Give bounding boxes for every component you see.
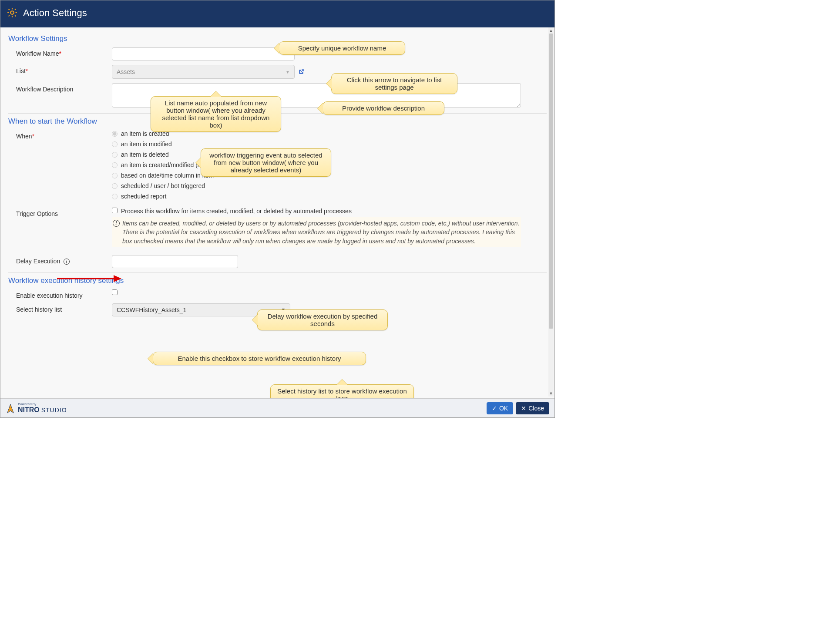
form-body: Workflow Settings Workflow Name* List* A…	[0, 27, 554, 398]
label-enable-history: Enable execution history	[16, 289, 112, 299]
page-title: Action Settings	[23, 7, 87, 19]
scroll-up-icon[interactable]: ▲	[548, 27, 554, 34]
check-icon: ✓	[492, 405, 497, 412]
callout-delay: Delay workflow execution by specified se…	[257, 309, 388, 330]
info-icon: !	[113, 220, 120, 227]
info-icon[interactable]: i	[64, 259, 70, 265]
footer: Powered by NITRO STUDIO ✓ OK ✕ Close	[0, 398, 554, 417]
trigger-automated-checkbox[interactable]	[112, 208, 118, 213]
scroll-down-icon[interactable]: ▼	[548, 390, 554, 397]
scrollbar-thumb[interactable]	[549, 34, 553, 329]
label-workflow-name: Workflow Name*	[16, 47, 112, 57]
gear-icon	[7, 7, 18, 20]
label-list: List*	[16, 65, 112, 74]
label-workflow-description: Workflow Description	[16, 83, 112, 93]
label-trigger-options: Trigger Options	[16, 208, 112, 217]
callout-workflow-name: Specify unique workflow name	[279, 41, 405, 55]
label-delay-execution: Delay Execution i	[16, 255, 112, 265]
ok-button[interactable]: ✓ OK	[487, 402, 513, 414]
list-settings-link-icon[interactable]	[298, 69, 304, 75]
trigger-automated-label: Process this workflow for items created,…	[121, 208, 352, 215]
callout-select-history: Select history list to store workflow ex…	[270, 384, 414, 398]
when-option-report[interactable]: scheduled report	[112, 193, 547, 200]
callout-list-auto: List name auto populated from new button…	[151, 96, 281, 132]
callout-description: Provide workflow description	[323, 101, 444, 115]
callout-enable-history: Enable this checkbox to store workflow e…	[153, 352, 366, 365]
enable-history-checkbox[interactable]	[112, 289, 118, 295]
trigger-hint: ! Items can be created, modified, or del…	[112, 217, 521, 247]
section-workflow-settings: Workflow Settings	[8, 34, 547, 43]
annotation-arrow-icon	[57, 273, 122, 284]
delay-execution-input[interactable]	[112, 255, 238, 268]
close-icon: ✕	[521, 405, 526, 412]
vertical-scrollbar[interactable]: ▲ ▼	[548, 27, 554, 397]
titlebar: Action Settings	[0, 0, 554, 26]
label-when: When*	[16, 130, 112, 140]
chevron-down-icon: ▼	[286, 70, 290, 74]
callout-when-auto: workflow triggering event auto selected …	[201, 148, 331, 177]
close-button[interactable]: ✕ Close	[516, 402, 549, 414]
callout-list-nav: Click this arrow to navigate to list set…	[331, 73, 457, 94]
list-select[interactable]: Assets ▼	[112, 65, 295, 79]
svg-marker-2	[114, 275, 121, 282]
workflow-name-input[interactable]	[112, 47, 295, 61]
when-option-scheduled[interactable]: scheduled / user / bot triggered	[112, 182, 547, 189]
svg-point-0	[10, 11, 14, 14]
brand-logo: Powered by NITRO STUDIO	[6, 403, 67, 414]
label-select-history-list: Select history list	[16, 303, 112, 313]
when-option-modified[interactable]: an item is modified	[112, 141, 547, 148]
